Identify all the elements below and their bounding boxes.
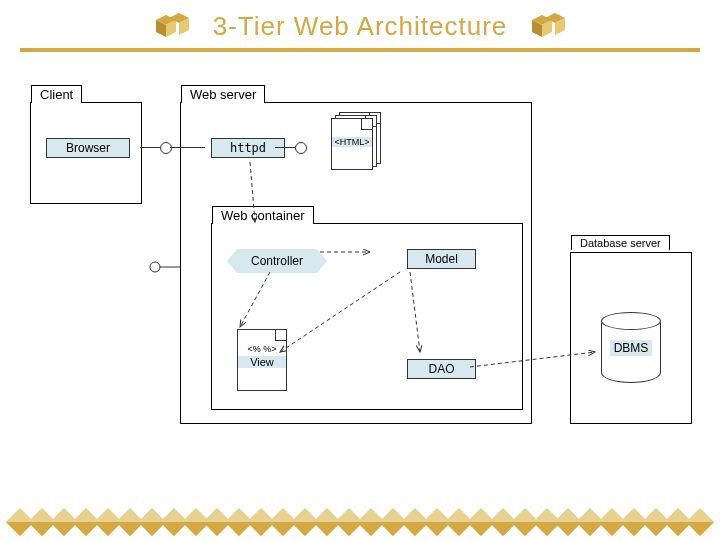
package-webcontainer: Web container Controller Model DAO <% %>…: [211, 223, 523, 410]
package-client-label: Client: [31, 85, 82, 103]
interface-browser-httpd: [160, 142, 172, 154]
interface-httpd-html: [295, 142, 307, 154]
controller-label: Controller: [251, 254, 303, 268]
package-webserver: Web server httpd <HTML> Web container Co…: [180, 102, 532, 424]
footer-decoration: [10, 512, 710, 532]
page-title: 3-Tier Web Architecture: [213, 11, 508, 42]
view-stereo-label: <% %>: [238, 344, 286, 354]
component-browser: Browser: [46, 138, 130, 158]
connector-httpd-in: [170, 147, 205, 148]
package-dbserver: Database server DBMS: [570, 252, 692, 424]
dbms-label: DBMS: [610, 340, 653, 356]
package-webcontainer-label: Web container: [212, 206, 314, 224]
package-webserver-label: Web server: [181, 85, 265, 103]
connector-browser-out: [140, 147, 160, 148]
view-label: View: [238, 356, 286, 368]
cube-decoration-left: [151, 8, 193, 44]
html-page-label: <HTML>: [332, 137, 372, 147]
package-client: Client Browser: [30, 102, 142, 204]
architecture-diagram: Client Browser Web server httpd <HTML> W…: [20, 72, 700, 472]
component-httpd: httpd: [211, 138, 285, 158]
connector-httpd-out: [275, 147, 295, 148]
svg-point-7: [150, 262, 160, 272]
title-bar: 3-Tier Web Architecture: [20, 0, 700, 52]
component-dbms: DBMS: [601, 313, 661, 383]
component-dao: DAO: [407, 359, 476, 379]
package-dbserver-label: Database server: [571, 235, 670, 250]
cube-decoration-right: [527, 8, 569, 44]
component-controller: Controller: [237, 249, 317, 273]
component-model: Model: [407, 249, 476, 269]
